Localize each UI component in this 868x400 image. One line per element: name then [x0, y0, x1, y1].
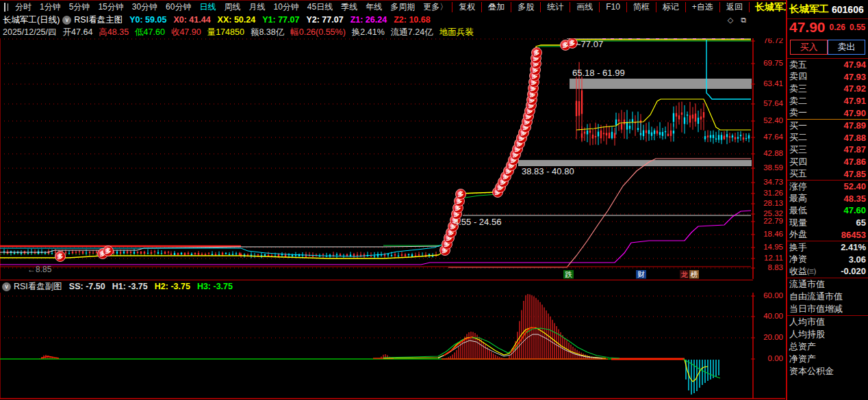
y-axis-label: 42.88: [763, 149, 783, 157]
top-toolbar: 分时1分钟5分钟15分钟30分钟60分钟日线周线月线10分钟45日线季线年线多周…: [0, 0, 786, 14]
indicator-value: XX: 50.24: [218, 15, 256, 25]
indicator-value: Z1: 26.24: [350, 15, 387, 25]
fundamental-row: 当日市值增减: [787, 303, 868, 315]
y-axis-label: 14.95: [763, 243, 783, 251]
buy-quote-row[interactable]: 买五47.85: [787, 168, 868, 180]
chart-annotation: ←8.85: [27, 265, 52, 274]
hot-list-tag[interactable]: 跌: [565, 270, 572, 278]
fundamental-row: 资本公积金: [787, 365, 868, 377]
period-tab[interactable]: 多周期: [386, 2, 419, 12]
price-change: 0.26: [830, 23, 845, 32]
period-tab[interactable]: 60分钟: [162, 2, 195, 12]
sub-y-axis-label: 0.00: [768, 354, 783, 362]
sub-indicator-header: ∨ RSI看盘副图 SS: -7.50H1: -3.75H2: -3.75H3:…: [0, 280, 753, 293]
buy-quotes: 买一47.89买二47.88买三47.87买四47.86买五47.85: [787, 120, 868, 180]
info-item: 换2.41%: [352, 27, 385, 38]
trading-terminal: 分时1分钟5分钟15分钟30分钟60分钟日线周线月线10分钟45日线季线年线多周…: [0, 0, 868, 400]
chart-annotation: ~77.07: [576, 39, 603, 49]
toolbar-action[interactable]: 叠加: [481, 2, 511, 12]
stat-row: 最高48.35: [787, 193, 868, 205]
y-axis-label: 69.75: [763, 59, 783, 67]
toolbar-action[interactable]: 画线: [570, 2, 599, 12]
toolbar-action[interactable]: F10: [599, 2, 626, 12]
sub-y-axis-label: 40.00: [763, 312, 783, 320]
chevron-down-icon[interactable]: ∨: [62, 16, 71, 25]
toolbar-action[interactable]: 统计: [540, 2, 570, 12]
toolbar-action[interactable]: 多股: [511, 2, 540, 12]
ohlc-info-row: 2025/12/25/四开47.64高48.35低47.60收47.90量174…: [0, 26, 753, 38]
indicator-value: Y0: 59.05: [129, 15, 166, 25]
sell-quote-row[interactable]: 卖二47.91: [787, 95, 868, 107]
y-axis-label: 22.79: [763, 217, 783, 225]
toolbar-action[interactable]: 返回: [719, 2, 750, 12]
period-tab[interactable]: 月线: [244, 2, 269, 12]
info-item: 量174850: [207, 27, 244, 38]
period-tab[interactable]: 季线: [337, 2, 361, 12]
buy-button[interactable]: 买入: [790, 40, 828, 55]
main-indicator-header: 长城军工(日线) ∨ RSI看盘主图 Y0: 59.05X0: 41.44XX:…: [0, 14, 753, 26]
hot-list-tag[interactable]: 龙: [680, 270, 688, 278]
fundamental-row: 流通市值: [787, 278, 868, 291]
period-tab[interactable]: 更多〉: [419, 2, 452, 12]
hot-list-tag[interactable]: 财: [637, 270, 645, 278]
period-tabs: 分时1分钟5分钟15分钟30分钟60分钟日线周线月线10分钟45日线季线年线多周…: [11, 1, 452, 13]
sub-indicator-value: H2: -3.75: [155, 282, 190, 291]
sell-quote-row[interactable]: 卖四47.93: [787, 71, 868, 83]
period-tab[interactable]: 45日线: [303, 2, 337, 12]
indicator-value: Y2: 77.07: [306, 15, 343, 25]
info-item: 幅0.26(0.55%): [290, 27, 346, 38]
window-corner-icons[interactable]: ◇ ⧉: [728, 16, 749, 25]
period-tab[interactable]: 分时: [11, 2, 36, 12]
period-tab[interactable]: 年线: [361, 2, 386, 12]
sell-quotes: 卖五47.94卖四47.93卖三47.92卖二47.91卖一47.90: [787, 59, 868, 119]
bull-signal-badge: 多: [534, 49, 540, 56]
period-tab[interactable]: 30分钟: [128, 2, 162, 12]
period-tab[interactable]: 周线: [220, 2, 244, 12]
fundamental-row: 自由流通市值: [787, 291, 868, 303]
buy-quote-row[interactable]: 买二47.88: [787, 132, 868, 144]
chevron-down-icon[interactable]: ∨: [2, 282, 11, 291]
toolbar-action[interactable]: 简框: [626, 2, 656, 12]
quote-panel-header: 长城军工 601606: [787, 0, 868, 19]
hot-list-tag[interactable]: 榜: [691, 270, 698, 278]
y-axis-label: 12.11: [764, 254, 783, 262]
toolbar-action[interactable]: 复权: [452, 2, 481, 12]
sell-button[interactable]: 卖出: [828, 40, 865, 55]
period-tab[interactable]: 日线: [195, 2, 220, 12]
period-tab[interactable]: 10分钟: [269, 2, 303, 12]
buy-quote-row[interactable]: 买三47.87: [787, 144, 868, 156]
sub-y-axis-label: 20.00: [763, 333, 783, 341]
stat-row: 净资3.06: [787, 254, 868, 266]
toolbar-actions: 复权叠加多股统计画线F10简框标记+自选返回: [452, 1, 750, 14]
stat-row: 外盘86453: [787, 228, 868, 241]
period-tab[interactable]: 1分钟: [36, 2, 65, 12]
info-item: 收47.90: [171, 27, 201, 38]
sell-quote-row[interactable]: 卖一47.90: [787, 107, 868, 119]
y-axis-label: 52.40: [763, 116, 783, 124]
sub-indicator-name: RSI看盘副图: [14, 281, 62, 293]
buy-quote-row[interactable]: 买四47.86: [787, 156, 868, 168]
toolbar-action[interactable]: 标记: [656, 2, 685, 12]
main-chart-canvas[interactable]: 76.7269.7563.4157.6452.4047.6442.8838.59…: [0, 38, 786, 279]
toolbar-action[interactable]: +自选: [685, 2, 719, 12]
layout-split-icon[interactable]: [4, 3, 5, 12]
chart-annotation: 65.18 - 61.99: [572, 68, 625, 78]
buy-quote-row[interactable]: 买一47.89: [787, 120, 868, 132]
period-tab[interactable]: 15分钟: [94, 2, 127, 12]
info-item: 额8.38亿: [251, 27, 284, 38]
y-axis-label: 76.72: [763, 38, 783, 44]
fundamentals-section: 人均市值人均持股总资产净资产资本公积金: [787, 316, 868, 377]
sub-indicator-value: H1: -3.75: [112, 282, 148, 291]
sell-quote-row[interactable]: 卖三47.92: [787, 83, 868, 95]
y-axis-label: 8.83: [768, 263, 783, 271]
period-tab[interactable]: 5分钟: [65, 2, 94, 12]
sub-chart-canvas[interactable]: 60.0040.0020.000.00: [0, 293, 786, 400]
sell-quote-row[interactable]: 卖五47.94: [787, 59, 868, 71]
sub-indicator-values: SS: -7.50H1: -3.75H2: -3.75H3: -3.75: [69, 282, 240, 291]
fundamental-row: 人均持股: [787, 328, 868, 341]
chart-annotation: 38.83 - 40.80: [522, 166, 574, 176]
indicator-name: RSI看盘主图: [74, 14, 123, 26]
sub-y-axis-label: 60.00: [763, 293, 783, 299]
bull-signal-badge: 多: [105, 248, 112, 254]
stat-row: 收益㈢-0.020: [787, 265, 868, 278]
